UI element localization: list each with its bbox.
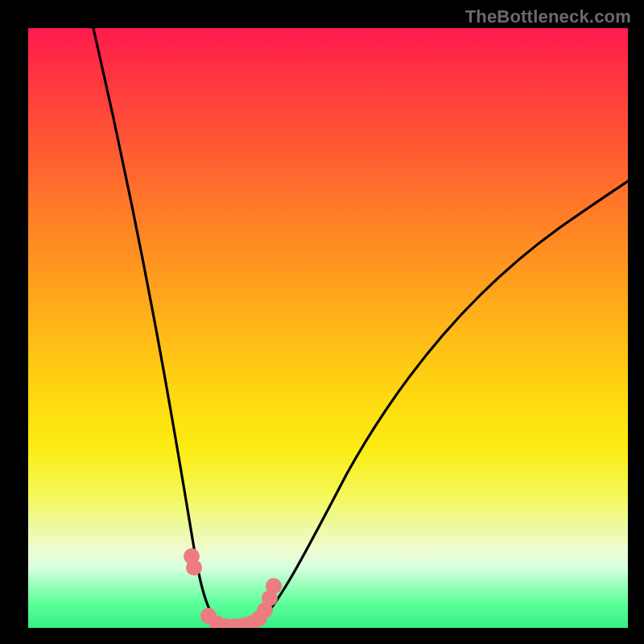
svg-point-1 [186,559,202,576]
svg-point-11 [266,578,282,594]
watermark-text: TheBottleneck.com [465,6,631,27]
curve-right [256,181,628,625]
plot-area [28,28,628,628]
curve-left [93,28,220,625]
frame: TheBottleneck.com [0,0,644,644]
marker-dots [184,548,282,628]
chart-overlay [28,28,628,628]
